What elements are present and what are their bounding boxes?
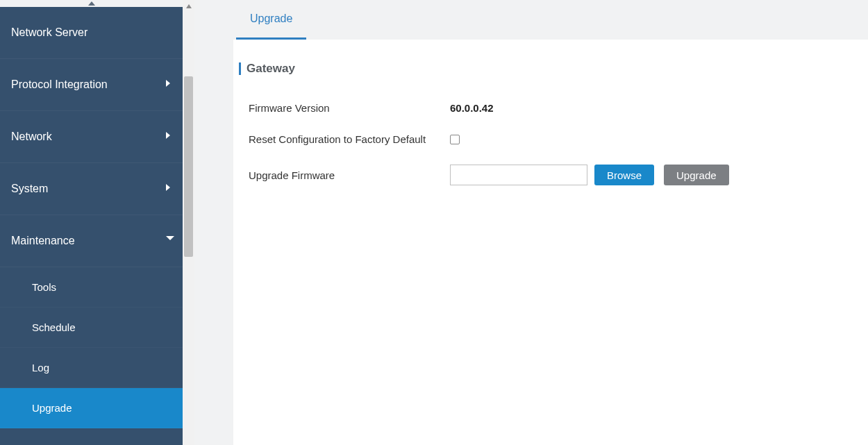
scrollbar-up-button[interactable] <box>183 0 194 12</box>
reset-config-checkbox[interactable] <box>450 135 460 144</box>
firmware-version-row: Firmware Version 60.0.0.42 <box>233 102 868 114</box>
browse-button[interactable]: Browse <box>594 165 654 185</box>
sidebar-item-label: Protocol Integration <box>11 78 108 91</box>
content-panel: Gateway Firmware Version 60.0.0.42 Reset… <box>233 40 868 445</box>
sidebar-subitem-tools[interactable]: Tools <box>0 267 183 308</box>
sidebar-item-network-server[interactable]: Network Server <box>0 7 183 59</box>
main-content: Upgrade Gateway Firmware Version 60.0.0.… <box>194 0 868 445</box>
scrollbar-thumb[interactable] <box>184 76 193 257</box>
tab-bar: Upgrade <box>194 0 868 40</box>
chevron-up-icon <box>186 4 192 8</box>
sidebar-scrollbar[interactable] <box>183 0 194 445</box>
firmware-file-input[interactable] <box>450 165 587 185</box>
upgrade-firmware-row: Upgrade Firmware Browse Upgrade <box>233 165 868 185</box>
sidebar-subitem-log[interactable]: Log <box>0 348 183 388</box>
sidebar-item-system[interactable]: System <box>0 163 183 215</box>
svg-marker-0 <box>88 1 95 6</box>
section-header: Gateway <box>233 62 868 76</box>
sidebar-item-maintenance[interactable]: Maintenance <box>0 215 183 267</box>
upgrade-button[interactable]: Upgrade <box>664 165 729 185</box>
sidebar-subitem-schedule[interactable]: Schedule <box>0 308 183 348</box>
sidebar-subitem-label: Tools <box>32 281 56 293</box>
sidebar-scroll-up[interactable] <box>0 0 183 7</box>
chevron-right-icon <box>166 184 172 194</box>
reset-config-label: Reset Configuration to Factory Default <box>249 133 450 145</box>
svg-marker-1 <box>186 4 192 8</box>
tab-upgrade[interactable]: Upgrade <box>236 0 306 40</box>
section-bar-icon <box>239 62 241 75</box>
sidebar-submenu-maintenance: Tools Schedule Log Upgrade <box>0 267 183 428</box>
section-title: Gateway <box>247 62 295 76</box>
tab-label: Upgrade <box>250 12 292 24</box>
sidebar-item-network[interactable]: Network <box>0 111 183 163</box>
sidebar-subitem-label: Upgrade <box>32 402 72 414</box>
firmware-version-label: Firmware Version <box>249 102 450 114</box>
upgrade-firmware-label: Upgrade Firmware <box>249 169 450 181</box>
chevron-right-icon <box>166 80 172 90</box>
sidebar-item-label: System <box>11 183 48 195</box>
sidebar-subitem-label: Schedule <box>32 321 76 333</box>
chevron-down-icon <box>166 236 172 246</box>
chevron-right-icon <box>166 132 172 142</box>
sidebar-subitem-upgrade[interactable]: Upgrade <box>0 388 183 428</box>
sidebar-item-label: Network <box>11 131 52 143</box>
sidebar-item-protocol-integration[interactable]: Protocol Integration <box>0 59 183 111</box>
reset-config-row: Reset Configuration to Factory Default <box>233 133 868 145</box>
sidebar-item-label: Maintenance <box>11 235 75 247</box>
sidebar-subitem-label: Log <box>32 362 49 373</box>
sidebar-item-label: Network Server <box>11 26 87 39</box>
chevron-up-icon <box>88 1 95 6</box>
firmware-version-value: 60.0.0.42 <box>450 102 494 114</box>
sidebar: Network Server Protocol Integration Netw… <box>0 0 183 445</box>
